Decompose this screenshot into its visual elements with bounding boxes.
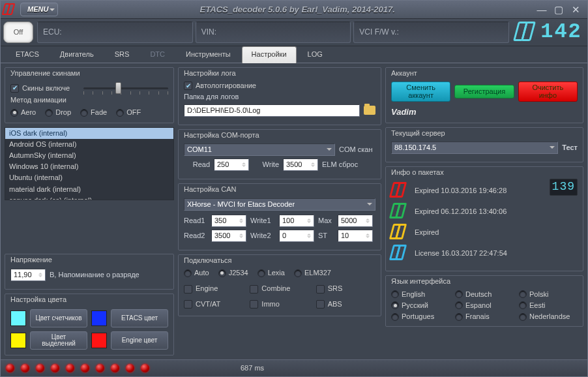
counter-color-button[interactable]: Цвет счетчиков bbox=[30, 309, 87, 327]
anim-aero-radio[interactable]: Aero bbox=[10, 108, 36, 117]
com-read-spinner[interactable]: 250 bbox=[214, 158, 249, 171]
highlight-color-swatch[interactable] bbox=[10, 333, 26, 348]
server-test-link[interactable]: Тест bbox=[562, 143, 578, 152]
lang-eesti-radio[interactable]: Eesti bbox=[519, 301, 578, 310]
can-read1-spinner[interactable]: 350 bbox=[211, 215, 246, 227]
engine-color-swatch[interactable] bbox=[91, 333, 107, 348]
tab-srs[interactable]: SRS bbox=[105, 46, 140, 63]
lang-polski-radio[interactable]: Polski bbox=[519, 290, 578, 299]
packet-icon bbox=[391, 203, 409, 220]
skin-listbox[interactable]: iOS dark (internal) Android OS (internal… bbox=[5, 127, 174, 200]
lang-russian-radio[interactable]: Русский bbox=[391, 301, 450, 310]
engine-color-button[interactable]: Engine цвет bbox=[111, 331, 168, 350]
com-port-combo[interactable]: COM11 bbox=[184, 143, 335, 156]
account-title: Аккаунт bbox=[391, 69, 578, 78]
anim-drop-radio[interactable]: Drop bbox=[45, 108, 71, 117]
list-item[interactable]: Ubuntu (internal) bbox=[5, 172, 173, 183]
skins-enable-checkbox[interactable]: ✔Скины включе bbox=[10, 84, 70, 93]
list-item[interactable]: canvas dark (cs) (internal) bbox=[5, 195, 173, 200]
mode-j2534-radio[interactable]: J2534 bbox=[218, 269, 248, 277]
elm-reset-link[interactable]: ELM сброс bbox=[322, 160, 359, 169]
anim-off-radio[interactable]: OFF bbox=[116, 108, 141, 117]
close-icon[interactable]: ✕ bbox=[570, 4, 581, 16]
off-button[interactable]: Off bbox=[3, 22, 33, 43]
lang-nederlandse-radio[interactable]: Nederlandse bbox=[519, 312, 578, 321]
log-folder-input[interactable]: D:\DELPHI\ED-5.0\Log bbox=[184, 104, 360, 117]
server-group: Текущий сервер 88.150.174.5 Тест bbox=[385, 127, 583, 162]
lang-english-radio[interactable]: English bbox=[391, 290, 450, 299]
minimize-icon[interactable]: — bbox=[537, 4, 547, 16]
skins-group: Управление скинами ✔Скины включе Метод а… bbox=[5, 67, 174, 123]
led-icon bbox=[36, 364, 44, 372]
tab-engine[interactable]: Двигатель bbox=[50, 46, 104, 63]
can-device-combo[interactable]: XHorse - MVCI for Etacs Decoder bbox=[184, 198, 375, 211]
maximize-icon[interactable]: ▢ bbox=[553, 4, 564, 16]
can-write1-spinner[interactable]: 100 bbox=[279, 215, 314, 227]
com-group: Настройка COM-порта COM11 COM скан Read … bbox=[178, 129, 381, 180]
led-icon bbox=[96, 364, 104, 372]
tab-etacs[interactable]: ETACS bbox=[6, 46, 49, 63]
skins-slider[interactable] bbox=[83, 87, 168, 89]
autolog-checkbox[interactable]: ✔Автологгирование bbox=[184, 82, 375, 90]
chk-immo[interactable]: Immo bbox=[250, 300, 309, 309]
lang-espanol-radio[interactable]: Espanol bbox=[455, 301, 514, 310]
list-item[interactable]: iOS dark (internal) bbox=[5, 128, 173, 139]
vci-field: VCI F/W v.: bbox=[353, 22, 509, 43]
can-read1-label: Read1 bbox=[184, 217, 207, 225]
list-item[interactable]: material dark (internal) bbox=[5, 184, 173, 195]
folder-icon[interactable] bbox=[364, 106, 375, 115]
can-read2-spinner[interactable]: 3500 bbox=[211, 230, 246, 242]
can-title: Настройка CAN bbox=[184, 185, 375, 194]
chk-srs[interactable]: SRS bbox=[316, 284, 375, 293]
com-scan-link[interactable]: COM скан bbox=[339, 145, 375, 154]
etacs-color-swatch[interactable] bbox=[91, 310, 107, 326]
clear-info-button[interactable]: Очистить инфо bbox=[518, 82, 578, 102]
tab-settings[interactable]: Настройки bbox=[242, 46, 297, 63]
voltage-spinner[interactable]: 11,90 bbox=[10, 269, 46, 281]
voltage-note: В, Напоминание о разряде bbox=[50, 271, 140, 279]
skins-title: Управление скинами bbox=[10, 69, 168, 78]
counter-color-swatch[interactable] bbox=[10, 310, 26, 326]
led-icon bbox=[141, 364, 149, 372]
can-max-spinner[interactable]: 5000 bbox=[338, 215, 373, 227]
can-read2-label: Read2 bbox=[184, 232, 207, 240]
list-item[interactable]: Android OS (internal) bbox=[5, 139, 173, 150]
server-combo[interactable]: 88.150.174.5 bbox=[391, 142, 558, 154]
chk-engine[interactable]: Engine bbox=[184, 284, 243, 293]
tab-instruments[interactable]: Инструменты bbox=[176, 46, 241, 63]
mode-lexia-radio[interactable]: Lexia bbox=[257, 269, 285, 277]
change-account-button[interactable]: Сменить аккаунт bbox=[391, 82, 450, 102]
anim-fade-radio[interactable]: Fade bbox=[80, 108, 107, 117]
can-write2-spinner[interactable]: 0 bbox=[279, 230, 314, 242]
packets-count: 139 bbox=[550, 179, 578, 196]
main-menu-button[interactable]: MENU bbox=[20, 3, 58, 16]
connect-group: Подключаться Auto J2534 Lexia ELM327 Eng… bbox=[178, 254, 381, 316]
highlight-color-button[interactable]: Цвет выделений bbox=[30, 331, 87, 350]
com-write-spinner[interactable]: 3500 bbox=[283, 158, 318, 171]
packets-group: Инфо о пакетах 139 Expired 10.03.2016 19… bbox=[385, 166, 583, 271]
chk-cvt[interactable]: CVT/AT bbox=[184, 300, 243, 309]
led-icon bbox=[126, 364, 134, 372]
etacs-color-button[interactable]: ETACS цвет bbox=[111, 309, 168, 327]
led-icon bbox=[21, 364, 29, 372]
mode-auto-radio[interactable]: Auto bbox=[184, 269, 209, 277]
tab-log[interactable]: LOG bbox=[298, 46, 332, 63]
list-item[interactable]: Windows 10 (internal) bbox=[5, 161, 173, 172]
lang-portugues-radio[interactable]: Portugues bbox=[391, 312, 450, 321]
can-st-spinner[interactable]: 10 bbox=[338, 230, 373, 242]
mode-elm327-radio[interactable]: ELM327 bbox=[294, 269, 331, 277]
chk-abs[interactable]: ABS bbox=[316, 300, 375, 309]
packet-text: License 16.03.2017 22:47:54 bbox=[415, 249, 507, 258]
led-icon bbox=[66, 364, 74, 372]
tab-dtc[interactable]: DTC bbox=[140, 46, 175, 63]
log-folder-label: Папка для логов bbox=[184, 93, 375, 101]
packets-title: Инфо о пакетах bbox=[391, 168, 578, 177]
lang-deutsch-radio[interactable]: Deutsch bbox=[455, 290, 514, 299]
chk-combine[interactable]: Combine bbox=[250, 284, 309, 293]
lang-franais-radio[interactable]: Franais bbox=[455, 312, 514, 321]
register-button[interactable]: Регистрация bbox=[454, 85, 514, 98]
list-item[interactable]: AutumnSky (internal) bbox=[5, 150, 173, 161]
window-title: ETACS_decoder 5.0.6 by Earl_Vadim, 2014-… bbox=[58, 5, 537, 15]
lang-group: Язык интерфейса English Deutsch Polski Р… bbox=[385, 275, 583, 327]
ecu-field: ECU: bbox=[37, 22, 193, 43]
